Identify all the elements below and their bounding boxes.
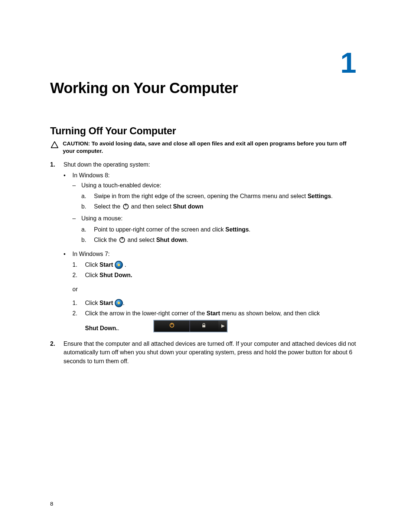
touch-a-label: a.: [81, 192, 94, 200]
caution-text: CAUTION: To avoid losing data, save and …: [63, 140, 356, 155]
page-number: 8: [50, 500, 53, 507]
w7a-2-pre: Click: [85, 272, 100, 278]
w7b-2-post: menu as shown below, and then click: [220, 310, 320, 316]
mouse-a-label: a.: [81, 225, 94, 234]
shutdown-arrow-cell: ▶: [218, 321, 228, 332]
os-bullets: • In Windows 8: – Using a touch-enabled …: [63, 171, 356, 334]
mouse-b-text-post: .: [186, 237, 188, 243]
w7a-1-label: 1.: [72, 260, 85, 269]
w7a-1-pre: Click: [85, 262, 100, 268]
step-2-number: 2.: [50, 339, 63, 365]
bullet-icon: •: [63, 171, 72, 247]
bullet-icon: •: [63, 250, 72, 334]
page-title: Working on Your Computer: [50, 80, 356, 96]
w7a-step-1: 1. Click Start .: [72, 260, 356, 269]
mouse-step-a: a. Point to upper-right corner of the sc…: [81, 225, 356, 234]
svg-rect-6: [202, 325, 205, 327]
step-2-text: Ensure that the computer and all attache…: [63, 341, 356, 364]
section-title: Turning Off Your Computer: [50, 125, 356, 137]
document-page: 1 Working on Your Computer Turning Off Y…: [0, 0, 401, 532]
touch-b-bold: Shut down: [173, 203, 203, 210]
touch-step-a: a. Swipe in from the right edge of the s…: [81, 192, 356, 200]
w7b-1-post: .: [123, 300, 124, 306]
step-1-number: 1.: [50, 160, 63, 337]
arrow-right-icon: ▶: [221, 323, 225, 329]
w7a-2-bold: Shut Down.: [100, 272, 132, 278]
mouse-b-text-mid: and select: [127, 237, 156, 243]
shutdown-menu-image: ▶: [153, 320, 228, 332]
mouse-a-bold: Settings: [225, 226, 249, 233]
mouse-a-text-post: .: [249, 226, 250, 233]
shutdown-final-post: .: [118, 325, 119, 331]
w7b-1-label: 1.: [72, 299, 85, 307]
w7b-2-bold: Start: [206, 310, 220, 316]
touch-b-text-pre: Select the: [94, 203, 122, 210]
shutdown-lock-cell: [189, 321, 219, 332]
power-icon: [122, 203, 130, 210]
touch-a-text-post: .: [331, 193, 333, 199]
lock-icon: [201, 322, 207, 331]
step-2: 2. Ensure that the computer and all atta…: [50, 339, 356, 365]
win7-steps-b: 1. Click Start . 2. Click the a: [72, 299, 356, 332]
touch-step-b: b. Select the: [81, 202, 356, 211]
power-icon: [118, 236, 126, 243]
chapter-number: 1: [340, 48, 356, 77]
w7a-2-label: 2.: [72, 271, 85, 279]
shutdown-power-cell: [154, 321, 190, 332]
mouse-b-bold: Shut down: [156, 237, 187, 243]
w7b-step-1: 1. Click Start .: [72, 299, 356, 307]
caution-block: CAUTION: To avoid losing data, save and …: [50, 140, 356, 155]
win8-sublist: – Using a touch-enabled device: a. Swipe…: [72, 181, 356, 246]
or-text: or: [72, 285, 356, 293]
start-orb-icon: [115, 299, 123, 307]
touch-label: Using a touch-enabled device:: [81, 182, 161, 188]
mouse-step-b: b. Click the: [81, 236, 356, 244]
w7b-step-2: 2. Click the arrow in the lower-right co…: [72, 309, 356, 332]
w7a-step-2: 2. Click Shut Down.: [72, 271, 356, 279]
w7b-1-bold: Start: [100, 300, 113, 306]
mouse-a-text-pre: Point to upper-right corner of the scree…: [94, 226, 225, 233]
dash-icon: –: [72, 214, 81, 246]
mouse-label: Using a mouse:: [81, 215, 123, 221]
touch-a-text-pre: Swipe in from the right edge of the scre…: [94, 193, 307, 199]
windows-7-item: • In Windows 7: 1. Click Start .: [63, 250, 356, 334]
mouse-b-text-pre: Click the: [94, 237, 118, 243]
mouse-item: – Using a mouse: a. Point to upper-right…: [72, 214, 356, 246]
step-1: 1. Shut down the operating system: • In …: [50, 160, 356, 337]
touch-b-label: b.: [81, 202, 94, 211]
win7-steps-a: 1. Click Start . 2. Click Shut: [72, 260, 356, 279]
mouse-b-label: b.: [81, 236, 94, 244]
w7b-2-pre: Click the arrow in the lower-right corne…: [85, 310, 206, 316]
w7b-1-pre: Click: [85, 300, 100, 306]
touch-a-bold: Settings: [307, 193, 331, 199]
w7a-1-post: .: [123, 262, 126, 268]
step-1-text: Shut down the operating system:: [63, 161, 150, 168]
top-ordered-list: 1. Shut down the operating system: • In …: [50, 160, 356, 365]
mouse-steps: a. Point to upper-right corner of the sc…: [81, 225, 356, 244]
touch-item: – Using a touch-enabled device: a. Swipe…: [72, 181, 356, 213]
caution-triangle-icon: [50, 141, 61, 150]
windows-8-item: • In Windows 8: – Using a touch-enabled …: [63, 171, 356, 247]
caution-body: To avoid losing data, save and close all…: [63, 140, 346, 154]
touch-b-text-mid: and then select: [131, 203, 173, 210]
windows-8-label: In Windows 8:: [72, 172, 110, 178]
shutdown-final-bold: Shut Down.: [85, 325, 118, 331]
caution-label: CAUTION:: [63, 140, 90, 147]
w7b-2-label: 2.: [72, 309, 85, 332]
windows-7-label: In Windows 7:: [72, 251, 110, 257]
start-orb-icon: [115, 261, 123, 269]
touch-steps: a. Swipe in from the right edge of the s…: [81, 192, 356, 211]
power-icon: [169, 322, 175, 331]
w7a-1-bold: Start: [100, 262, 113, 268]
dash-icon: –: [72, 181, 81, 213]
